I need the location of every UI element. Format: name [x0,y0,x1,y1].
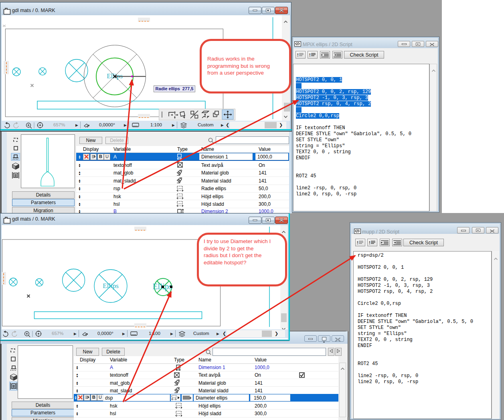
svg-text:Ellips: Ellips [103,282,119,290]
svg-text:!: ! [369,240,370,245]
svg-text:!: ! [297,53,299,57]
svg-text:!: ! [309,53,311,57]
svg-text:!: ! [357,240,358,245]
